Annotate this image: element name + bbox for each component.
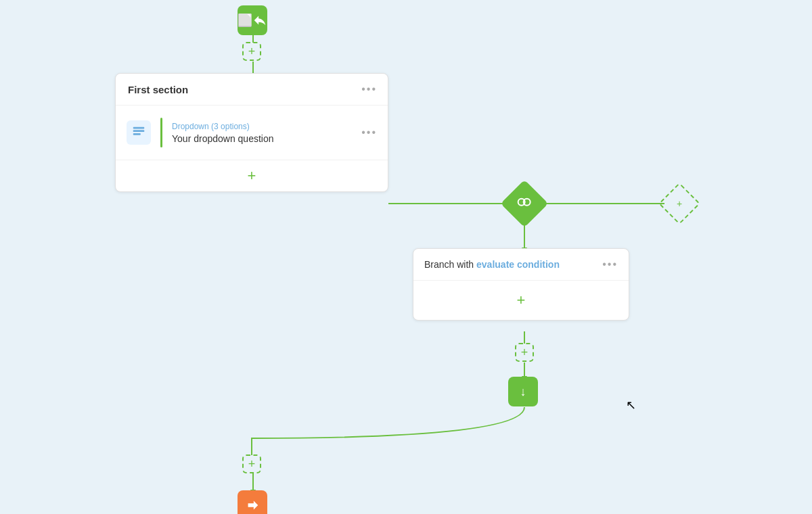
question-info: Dropdown (3 options) Your dropdown quest…	[172, 122, 352, 144]
section-card: First section ••• Dropdown (3 options) Y…	[115, 73, 388, 192]
question-label: Your dropdown question	[172, 133, 352, 144]
add-step-btn-2[interactable]: +	[515, 343, 534, 362]
branch-body: +	[413, 281, 629, 320]
section-menu-btn[interactable]: •••	[361, 83, 377, 95]
start-node[interactable]: ⬜	[238, 5, 267, 35]
branch-menu-btn[interactable]: •••	[602, 258, 618, 271]
flow-canvas: ⬜ + First section •••	[0, 0, 812, 514]
svg-rect-12	[133, 127, 145, 129]
question-row: Dropdown (3 options) Your dropdown quest…	[116, 111, 388, 154]
add-step-btn-1[interactable]: +	[242, 42, 261, 61]
section-footer: +	[116, 160, 388, 191]
add-step-btn-3[interactable]: +	[242, 454, 261, 473]
section-title: First section	[128, 84, 188, 95]
branch-header: Branch with evaluate condition •••	[413, 249, 629, 281]
add-branch-condition-btn[interactable]: +	[517, 291, 526, 309]
add-branch-icon: +	[677, 198, 682, 209]
branch-card: Branch with evaluate condition ••• +	[413, 248, 629, 321]
exit-icon	[245, 498, 260, 513]
branch-title: Branch with evaluate condition	[424, 259, 560, 270]
question-divider	[160, 118, 162, 147]
svg-rect-14	[133, 133, 141, 135]
dropdown-icon	[131, 125, 146, 140]
section-header: First section •••	[116, 74, 388, 106]
arrow-down-icon: ↓	[520, 385, 526, 399]
branch-diamond-icon	[516, 194, 533, 214]
end-node[interactable]	[238, 490, 267, 514]
cursor: ↖	[626, 398, 636, 413]
merge-arrow-node[interactable]: ↓	[508, 377, 538, 406]
svg-rect-13	[133, 130, 145, 132]
question-menu-btn[interactable]: •••	[361, 126, 377, 139]
question-type: Dropdown (3 options)	[172, 122, 352, 131]
branch-diamond[interactable]	[501, 180, 549, 228]
plus-icon-3: +	[248, 457, 256, 471]
plus-icon-2: +	[521, 346, 528, 360]
section-body: Dropdown (3 options) Your dropdown quest…	[116, 106, 388, 160]
add-branch-diamond[interactable]: +	[658, 183, 700, 225]
enter-icon	[252, 13, 267, 28]
plus-icon: +	[248, 45, 256, 59]
question-icon	[127, 120, 151, 145]
add-question-btn[interactable]: +	[248, 168, 256, 183]
start-icon: ⬜	[238, 13, 252, 28]
